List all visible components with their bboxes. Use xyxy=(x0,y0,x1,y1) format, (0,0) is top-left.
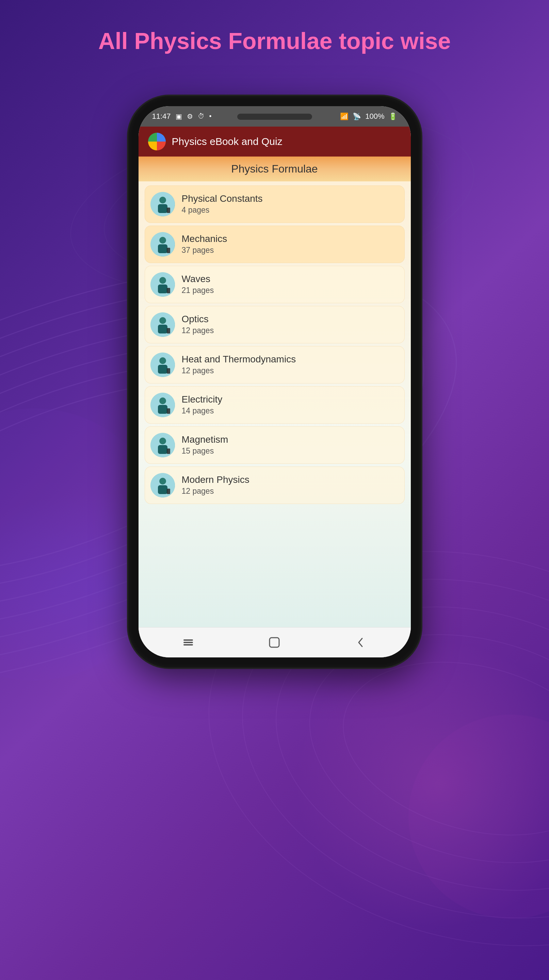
svg-point-32 xyxy=(159,317,166,324)
svg-point-40 xyxy=(159,398,166,404)
topic-name-heat: Heat and Thermodynamics xyxy=(182,354,399,365)
avatar-optics xyxy=(150,312,175,337)
topic-info-electricity: Electricity 14 pages xyxy=(182,394,399,415)
topic-info-heat: Heat and Thermodynamics 12 pages xyxy=(182,354,399,375)
svg-point-11 xyxy=(324,635,549,863)
phone-shell: 11:47 ▣ ⚙ ⏱ • 📶 📡 100% 🔋 Physics eBook a… xyxy=(128,96,421,668)
phone-speaker xyxy=(237,114,312,120)
svg-rect-54 xyxy=(270,638,279,647)
topic-pages-modern-physics: 12 pages xyxy=(182,487,399,496)
content-area: Physical Constants 4 pages xyxy=(138,181,411,627)
topic-pages-electricity: 14 pages xyxy=(182,406,399,415)
svg-point-36 xyxy=(159,357,166,364)
svg-rect-46 xyxy=(167,449,170,454)
section-header: Physics Formulae xyxy=(138,156,411,181)
topic-item-physical-constants[interactable]: Physical Constants 4 pages xyxy=(145,185,405,223)
battery-text: 100% xyxy=(365,112,384,121)
app-logo xyxy=(148,133,166,150)
svg-rect-34 xyxy=(167,328,170,334)
topic-name-modern-physics: Modern Physics xyxy=(182,474,399,485)
topic-pages-physical-constants: 4 pages xyxy=(182,205,399,215)
topic-name-magnetism: Magnetism xyxy=(182,434,399,445)
topic-name-physical-constants: Physical Constants xyxy=(182,193,399,204)
battery-icon: 🔋 xyxy=(389,112,397,121)
topic-pages-waves: 21 pages xyxy=(182,286,399,295)
wifi-icon: 📶 xyxy=(340,112,348,121)
topic-pages-heat: 12 pages xyxy=(182,366,399,375)
topic-name-waves: Waves xyxy=(182,274,399,285)
svg-rect-29 xyxy=(158,285,167,293)
topic-pages-magnetism: 15 pages xyxy=(182,447,399,456)
content-spacer xyxy=(138,507,411,627)
status-alarm-icon: ⏱ xyxy=(198,112,205,120)
avatar-electricity xyxy=(150,393,175,417)
svg-rect-30 xyxy=(167,288,170,293)
avatar-physical-constants xyxy=(150,192,175,216)
topic-name-electricity: Electricity xyxy=(182,394,399,405)
topic-name-mechanics: Mechanics xyxy=(182,234,399,244)
page-heading: All Physics Formulae topic wise xyxy=(85,27,464,55)
svg-rect-50 xyxy=(167,488,170,494)
svg-rect-26 xyxy=(167,248,170,253)
avatar-waves xyxy=(150,272,175,297)
status-dot-icon: • xyxy=(209,112,212,120)
app-bar: Physics eBook and Quiz xyxy=(138,127,411,156)
status-left: 11:47 ▣ ⚙ ⏱ • xyxy=(152,112,212,121)
svg-point-28 xyxy=(159,277,166,284)
topic-info-waves: Waves 21 pages xyxy=(182,274,399,295)
topic-item-waves[interactable]: Waves 21 pages xyxy=(145,266,405,303)
svg-point-44 xyxy=(159,438,166,444)
topic-info-modern-physics: Modern Physics 12 pages xyxy=(182,474,399,496)
topic-info-mechanics: Mechanics 37 pages xyxy=(182,234,399,255)
topic-name-optics: Optics xyxy=(182,314,399,325)
nav-back-button[interactable] xyxy=(347,635,374,650)
svg-rect-45 xyxy=(158,445,167,454)
topic-item-heat[interactable]: Heat and Thermodynamics 12 pages xyxy=(145,346,405,383)
status-right: 📶 📡 100% 🔋 xyxy=(340,112,397,121)
phone-mockup: 11:47 ▣ ⚙ ⏱ • 📶 📡 100% 🔋 Physics eBook a… xyxy=(128,96,421,668)
signal-icon: 📡 xyxy=(353,112,361,121)
svg-rect-37 xyxy=(158,365,167,374)
topic-info-physical-constants: Physical Constants 4 pages xyxy=(182,193,399,215)
svg-rect-42 xyxy=(167,408,170,414)
avatar-mechanics xyxy=(150,232,175,256)
svg-rect-22 xyxy=(167,208,170,213)
avatar-magnetism xyxy=(150,433,175,457)
topic-pages-mechanics: 37 pages xyxy=(182,246,399,255)
status-screenshot-icon: ▣ xyxy=(176,112,182,121)
svg-rect-41 xyxy=(158,405,167,414)
section-title: Physics Formulae xyxy=(231,163,318,175)
svg-point-20 xyxy=(159,197,166,204)
topic-list: Physical Constants 4 pages xyxy=(138,181,411,507)
avatar-heat xyxy=(150,353,175,377)
nav-home-button[interactable] xyxy=(261,635,288,650)
svg-rect-53 xyxy=(183,644,193,646)
svg-point-17 xyxy=(409,714,549,919)
svg-point-24 xyxy=(159,237,166,243)
svg-point-48 xyxy=(159,478,166,485)
svg-rect-51 xyxy=(183,640,193,641)
topic-item-modern-physics[interactable]: Modern Physics 12 pages xyxy=(145,466,405,504)
svg-rect-49 xyxy=(158,485,167,494)
topic-info-optics: Optics 12 pages xyxy=(182,314,399,335)
topic-item-electricity[interactable]: Electricity 14 pages xyxy=(145,386,405,424)
topic-pages-optics: 12 pages xyxy=(182,326,399,335)
svg-rect-38 xyxy=(167,368,170,374)
status-settings-icon: ⚙ xyxy=(187,112,193,121)
svg-rect-52 xyxy=(183,642,193,643)
phone-screen: 11:47 ▣ ⚙ ⏱ • 📶 📡 100% 🔋 Physics eBook a… xyxy=(138,106,411,657)
topic-item-magnetism[interactable]: Magnetism 15 pages xyxy=(145,426,405,464)
svg-rect-25 xyxy=(158,244,167,253)
topic-item-optics[interactable]: Optics 12 pages xyxy=(145,306,405,343)
app-title: Physics eBook and Quiz xyxy=(172,136,283,147)
topic-item-mechanics[interactable]: Mechanics 37 pages xyxy=(145,226,405,263)
svg-rect-33 xyxy=(158,325,167,334)
nav-recent-button[interactable] xyxy=(175,635,202,650)
bottom-nav xyxy=(138,627,411,657)
avatar-modern-physics xyxy=(150,473,175,498)
svg-rect-21 xyxy=(158,204,167,213)
topic-info-magnetism: Magnetism 15 pages xyxy=(182,434,399,456)
status-time: 11:47 xyxy=(152,112,171,121)
